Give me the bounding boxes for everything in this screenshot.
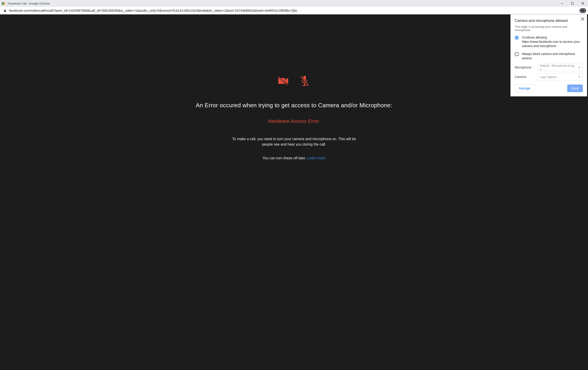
close-icon[interactable] <box>581 17 585 21</box>
chevron-down-icon <box>578 76 580 78</box>
window-controls <box>557 0 588 7</box>
manage-button[interactable]: Manage <box>515 84 535 92</box>
camera-row: Camera: Logi Capture <box>515 73 583 81</box>
error-later-text: You can turn these off later. Learn more <box>196 156 392 160</box>
option-block-label: Always block camera and microphone acces… <box>522 52 583 60</box>
radio-selected-icon <box>515 36 519 40</box>
error-icons <box>196 75 392 87</box>
popover-subtitle: This page is accessing your camera and m… <box>515 25 583 32</box>
camera-label: Camera: <box>515 75 535 79</box>
microphone-label: Microphone: <box>515 66 535 69</box>
page-content: An Error occured when trying to get acce… <box>0 14 588 370</box>
microphone-select[interactable]: Default - Microphone Array (... <box>537 64 583 71</box>
later-prefix: You can turn these off later. <box>262 156 307 160</box>
svg-point-2 <box>3 3 4 4</box>
mic-off-icon <box>298 75 311 87</box>
learn-more-link[interactable]: Learn more <box>307 156 326 160</box>
radio-unselected-icon <box>515 52 519 56</box>
camera-select[interactable]: Logi Capture <box>537 73 583 81</box>
camera-value: Logi Capture <box>540 75 556 79</box>
popover-buttons: Manage Done <box>515 84 583 92</box>
svg-rect-9 <box>304 83 305 85</box>
lock-icon[interactable] <box>3 9 7 12</box>
svg-rect-5 <box>278 78 285 84</box>
url-text[interactable]: facebook.com/videocall/incall/?peer_id=1… <box>9 9 577 12</box>
chevron-down-icon <box>578 67 580 68</box>
microphone-row: Microphone: Default - Microphone Array (… <box>515 64 583 71</box>
option-allow-label: Continue allowing https://www.facebook.c… <box>522 35 583 48</box>
error-subtitle: Hardware Access Error. <box>196 118 392 124</box>
error-panel: An Error occured when trying to get acce… <box>196 75 392 160</box>
option-allow[interactable]: Continue allowing https://www.facebook.c… <box>515 35 583 48</box>
address-bar: facebook.com/videocall/incall/?peer_id=1… <box>0 7 588 14</box>
titlebar: Facebook Call - Google Chrome <box>0 0 588 7</box>
maximize-button[interactable] <box>567 0 578 7</box>
error-description: To make a call, you need to turn your ca… <box>231 136 357 147</box>
microphone-value: Default - Microphone Array (... <box>540 64 578 71</box>
svg-rect-10 <box>302 85 307 86</box>
error-title: An Error occured when trying to get acce… <box>196 102 392 109</box>
popover-title: Camera and microphone allowed <box>515 19 583 23</box>
camera-indicator-chip[interactable] <box>579 8 586 13</box>
close-window-button[interactable] <box>578 0 588 7</box>
window-title: Facebook Call - Google Chrome <box>8 2 557 5</box>
svg-rect-3 <box>561 3 563 4</box>
done-button[interactable]: Done <box>567 84 583 92</box>
minimize-button[interactable] <box>557 0 567 7</box>
svg-rect-4 <box>572 2 574 4</box>
chrome-favicon <box>2 1 5 5</box>
option-block[interactable]: Always block camera and microphone acces… <box>515 52 583 60</box>
camera-off-icon <box>277 75 290 87</box>
permission-popover: Camera and microphone allowed This page … <box>510 14 587 96</box>
chrome-window: Facebook Call - Google Chrome facebook.c… <box>0 0 588 370</box>
